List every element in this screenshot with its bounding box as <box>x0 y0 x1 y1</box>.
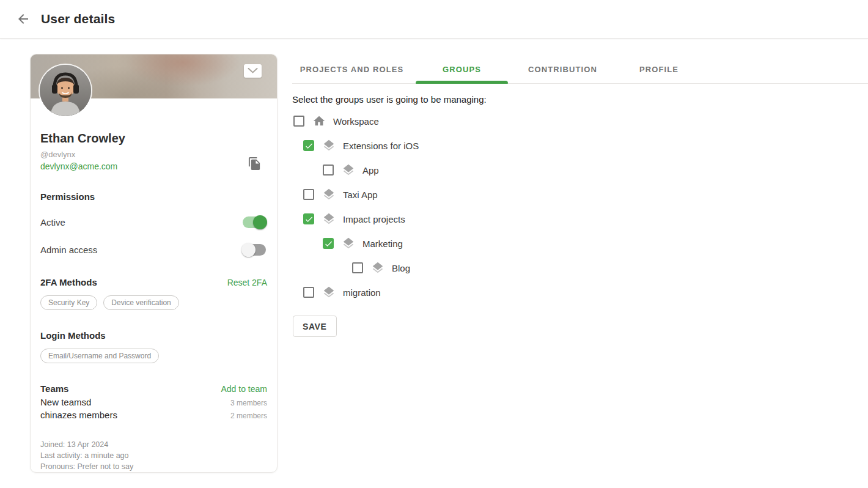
extensions-for-ios-checkbox[interactable] <box>303 140 314 151</box>
permissions-toggles: ActiveAdmin access <box>40 215 267 257</box>
layers-icon <box>342 163 355 177</box>
tree-row-migration: migration <box>292 280 868 305</box>
layers-icon <box>342 237 355 250</box>
user-meta-block: Joined: 13 Apr 2024Last activity: a minu… <box>40 439 267 473</box>
tree-row-workspace: Workspace <box>292 109 868 133</box>
marketing-checkbox[interactable] <box>323 238 334 249</box>
save-button[interactable]: SAVE <box>293 316 337 337</box>
taxi-app-checkbox[interactable] <box>303 189 314 200</box>
tab-projects-and-roles[interactable]: PROJECTS AND ROLES <box>292 55 411 83</box>
tree-row-impact-projects: Impact projects <box>292 207 868 231</box>
tree-row-blog: Blog <box>292 256 868 280</box>
login-methods-title: Login Methods <box>40 330 106 341</box>
copy-icon[interactable] <box>248 157 262 171</box>
active-toggle[interactable] <box>243 216 266 228</box>
tree-label: Blog <box>392 263 410 273</box>
tab-contribution[interactable]: CONTRIBUTION <box>512 55 613 83</box>
chip-email-username-and-password: Email/Username and Password <box>40 349 159 363</box>
user-username: @devlynx <box>40 150 267 159</box>
user-profile-card: Ethan Crowley @devlynx devlynx@acme.com … <box>30 54 278 473</box>
team-members-count: 2 members <box>230 412 267 420</box>
layers-icon <box>371 261 384 275</box>
tree-label: Marketing <box>362 238 403 249</box>
tree-label: migration <box>343 287 381 298</box>
user-name: Ethan Crowley <box>40 131 267 146</box>
top-bar: User details <box>0 0 868 39</box>
user-email-link[interactable]: devlynx@acme.com <box>40 161 117 171</box>
app-checkbox[interactable] <box>323 165 334 176</box>
layers-icon <box>322 188 336 201</box>
back-arrow-icon[interactable] <box>16 12 31 26</box>
team-row-new-teamsd[interactable]: New teamsd3 members <box>40 397 267 410</box>
layers-icon <box>322 286 336 299</box>
permission-row-active: Active <box>40 215 267 229</box>
tab-groups[interactable]: GROUPS <box>411 55 512 83</box>
meta-line: Joined: 13 Apr 2024 <box>40 439 267 450</box>
twofa-chips: Security KeyDevice verification <box>40 295 267 310</box>
twofa-title: 2FA Methods <box>40 277 97 287</box>
details-panel: PROJECTS AND ROLESGROUPSCONTRIBUTIONPROF… <box>292 55 868 337</box>
tree-row-taxi-app: Taxi App <box>292 182 868 207</box>
team-members-count: 3 members <box>230 399 267 407</box>
tab-profile[interactable]: PROFILE <box>613 55 705 83</box>
add-to-team-link[interactable]: Add to team <box>221 384 268 394</box>
reset-2fa-link[interactable]: Reset 2FA <box>227 278 267 287</box>
permission-label: Active <box>40 217 65 227</box>
layers-icon <box>322 139 336 152</box>
tree-label: Extensions for iOS <box>343 141 419 151</box>
meta-line: Local time: 13:09 <box>40 472 267 473</box>
tree-label: Impact projects <box>343 214 405 224</box>
page-title: User details <box>41 12 115 26</box>
teams-title: Teams <box>40 383 68 394</box>
tree-label: Workspace <box>333 116 379 127</box>
permission-label: Admin access <box>40 245 97 255</box>
migration-checkbox[interactable] <box>303 287 314 298</box>
blog-checkbox[interactable] <box>352 262 363 273</box>
tree-row-extensions-for-ios: Extensions for iOS <box>292 133 868 158</box>
meta-line: Last activity: a minute ago <box>40 450 267 461</box>
tree-label: App <box>362 165 379 176</box>
tree-label: Taxi App <box>343 190 378 200</box>
layers-icon <box>322 212 336 226</box>
tree-row-marketing: Marketing <box>292 231 868 256</box>
admin-access-toggle[interactable] <box>243 244 266 256</box>
permissions-title: Permissions <box>40 191 267 202</box>
chip-device-verification: Device verification <box>103 295 178 310</box>
workspace-checkbox[interactable] <box>293 116 304 127</box>
user-avatar <box>40 65 91 116</box>
login-method-chips: Email/Username and Password <box>40 349 267 363</box>
chip-security-key: Security Key <box>40 295 97 310</box>
mail-icon[interactable] <box>244 64 262 78</box>
meta-line: Pronouns: Prefer not to say <box>40 461 267 472</box>
groups-tree: WorkspaceExtensions for iOSAppTaxi AppIm… <box>292 109 868 305</box>
tabs: PROJECTS AND ROLESGROUPSCONTRIBUTIONPROF… <box>292 55 868 84</box>
impact-projects-checkbox[interactable] <box>303 213 314 224</box>
team-row-chinazes-members[interactable]: chinazes members2 members <box>40 410 267 423</box>
home-icon <box>312 114 326 128</box>
team-name: chinazes members <box>40 410 117 420</box>
tree-row-app: App <box>292 158 868 182</box>
groups-prompt: Select the groups user is going to be ma… <box>292 94 868 105</box>
permission-row-admin-access: Admin access <box>40 242 267 257</box>
team-name: New teamsd <box>40 397 91 407</box>
teams-list: New teamsd3 memberschinazes members2 mem… <box>40 397 267 423</box>
